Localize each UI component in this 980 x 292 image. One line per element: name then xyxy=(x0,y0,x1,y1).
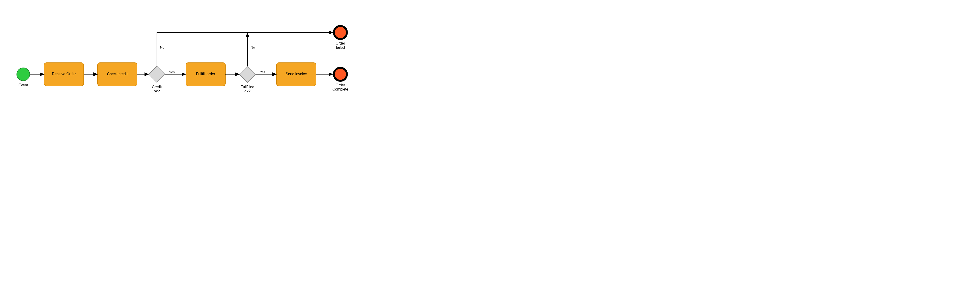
gateway-fulfilled-ok-label-line1: Fullfilled xyxy=(241,85,255,89)
task-receive-order-label: Receive Order xyxy=(52,72,76,76)
task-send-invoice-label: Send invoice xyxy=(286,72,307,76)
end-event-failed-label-2: failed xyxy=(336,46,345,49)
flow-credit-no-label: No xyxy=(160,45,164,49)
svg-point-9 xyxy=(334,68,347,81)
flow-credit-yes-label: Yes xyxy=(169,70,175,74)
task-send-invoice[interactable]: Send invoice xyxy=(277,63,316,86)
gateway-credit-ok-label-1-line2: ok? xyxy=(154,89,160,93)
task-check-credit[interactable]: Check credit xyxy=(98,63,137,86)
end-event-failed[interactable] xyxy=(334,26,347,39)
flow-fulfilled-yes-label: Yes xyxy=(260,70,265,74)
gateway-credit-ok[interactable] xyxy=(149,66,165,83)
task-fulfill-order-label: Fullfill order xyxy=(196,72,215,76)
start-event-label: Event xyxy=(19,83,28,87)
task-fulfill-order[interactable]: Fullfill order xyxy=(186,63,225,86)
svg-point-1 xyxy=(17,68,30,81)
svg-marker-6 xyxy=(239,66,256,83)
end-event-complete[interactable] xyxy=(334,68,347,81)
flow-fulfilled-no-label: No xyxy=(250,45,255,49)
end-event-complete-label-1: Order xyxy=(336,83,345,87)
svg-marker-4 xyxy=(149,66,165,83)
end-event-failed-label-1: Order xyxy=(336,41,345,45)
svg-point-8 xyxy=(334,26,347,39)
start-event[interactable] xyxy=(17,68,30,81)
gateway-fulfilled-ok-label-line2: ok? xyxy=(244,89,250,93)
task-receive-order[interactable]: Receive Order xyxy=(44,63,84,86)
flow-credit-no xyxy=(157,32,333,66)
gateway-fulfilled-ok[interactable] xyxy=(239,66,256,83)
gateway-credit-ok-label-1-line1: Credit xyxy=(152,85,162,89)
end-event-complete-label-2: Complete xyxy=(332,87,348,91)
diagram-canvas: Event Receive Order Check credit Fullfil… xyxy=(0,0,363,107)
task-check-credit-label: Check credit xyxy=(107,72,128,76)
